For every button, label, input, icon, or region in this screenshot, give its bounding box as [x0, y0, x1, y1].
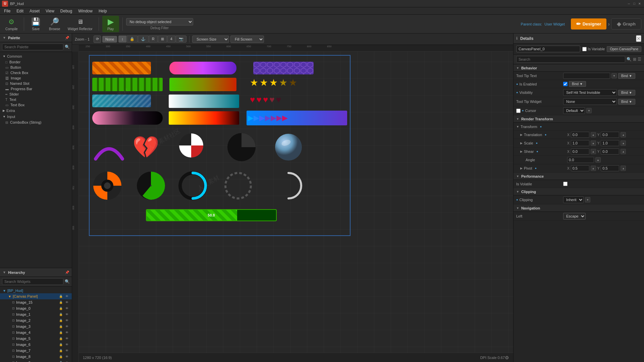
- tool-tip-widget-bind-btn[interactable]: Bind ▼: [618, 99, 635, 105]
- hier-item-image4[interactable]: ⊡ Image_4 🔒 👁: [0, 329, 72, 336]
- grid-btn[interactable]: ⊞: [158, 36, 167, 43]
- render-transform-section-header[interactable]: ▼ Render Transform: [514, 115, 644, 123]
- hier-img5-eye[interactable]: 👁: [64, 336, 69, 341]
- hier-item-image0[interactable]: ⊡ Image_0 🔒 👁: [0, 305, 72, 311]
- menu-view[interactable]: View: [43, 8, 57, 14]
- hier-img5-lock[interactable]: 🔒: [58, 336, 63, 341]
- palette-item-textbox[interactable]: ▭Text Box: [0, 102, 72, 108]
- fill-screen-select[interactable]: Fill Screen: [230, 36, 264, 43]
- hier-img3-eye[interactable]: 👁: [64, 324, 69, 329]
- hier-item-image3[interactable]: ⊡ Image_3 🔒 👁: [0, 323, 72, 329]
- play-button[interactable]: ▶ Play: [102, 16, 119, 32]
- palette-section-input-header[interactable]: ▼ Input: [0, 114, 72, 120]
- camera-btn[interactable]: 📷: [176, 36, 186, 43]
- hier-item-image2[interactable]: ⊡ Image_2 🔒 👁: [0, 317, 72, 323]
- palette-search-input[interactable]: [2, 44, 63, 50]
- anchor-btn[interactable]: ⚓: [138, 36, 149, 43]
- tool-tip-widget-select[interactable]: None: [563, 98, 617, 105]
- menu-asset[interactable]: Asset: [27, 8, 42, 14]
- widget-name-input[interactable]: [516, 46, 580, 52]
- menu-window[interactable]: Window: [75, 8, 95, 14]
- lock-btn[interactable]: 🔒: [127, 36, 138, 43]
- palette-item-combobox[interactable]: ⊟ComboBox (String): [0, 120, 72, 125]
- compile-button[interactable]: ⚙ Compile: [3, 16, 20, 32]
- tab-designer[interactable]: ✏ Designer: [571, 18, 607, 29]
- browse-button[interactable]: 🔎 Browse: [46, 16, 63, 32]
- debug-object-select[interactable]: No debug object selected: [126, 18, 193, 25]
- cursor-select[interactable]: Default: [563, 107, 585, 114]
- maximize-btn[interactable]: □: [632, 1, 637, 6]
- translation-y-up[interactable]: ▲: [621, 132, 626, 137]
- widget-reflector-button[interactable]: 🖥 Widget Reflector: [65, 16, 95, 32]
- palette-item-image[interactable]: 🖼Image: [0, 75, 72, 81]
- palette-section-extra-header[interactable]: ▶ Extra: [0, 108, 72, 114]
- hier-img0-eye[interactable]: 👁: [64, 306, 69, 311]
- hier-img6-eye[interactable]: 👁: [64, 342, 69, 347]
- menu-edit[interactable]: Edit: [14, 8, 26, 14]
- hier-img0-lock[interactable]: 🔒: [58, 306, 63, 311]
- visibility-bind-btn[interactable]: Bind ▼: [618, 90, 635, 96]
- parent-class-value[interactable]: User Widget: [544, 22, 565, 26]
- nav-left-select[interactable]: Escape: [563, 213, 586, 220]
- save-button[interactable]: 💾 Save: [28, 16, 44, 32]
- tab-graph[interactable]: ◈ Graph: [611, 18, 641, 29]
- hier-img2-lock[interactable]: 🔒: [58, 318, 63, 323]
- palette-item-button[interactable]: ▭Button: [0, 65, 72, 70]
- palette-search-icon[interactable]: 🔍: [65, 45, 70, 49]
- pivot-y-up[interactable]: ▲: [621, 166, 626, 171]
- screen-size-select[interactable]: Screen Size: [192, 36, 229, 43]
- pivot-y-input[interactable]: [601, 165, 619, 171]
- hier-img1-lock[interactable]: 🔒: [58, 312, 63, 317]
- hier-img7-lock[interactable]: 🔒: [58, 348, 63, 353]
- hier-item-bp-hud[interactable]: ▼ [BP_Hud]: [0, 288, 72, 293]
- pivot-x-up[interactable]: ▲: [591, 166, 596, 171]
- shear-x-up[interactable]: ▲: [591, 149, 596, 154]
- shear-y-up[interactable]: ▲: [621, 149, 626, 154]
- hier-img15-lock[interactable]: 🔒: [58, 300, 63, 305]
- hier-item-image6[interactable]: ⊡ Image_6 🔒 👁: [0, 342, 72, 348]
- hier-item-image15[interactable]: ⊡ Image_15 🔒 👁: [0, 299, 72, 305]
- hier-canvas-lock[interactable]: 🔒: [58, 294, 63, 299]
- palette-item-slider[interactable]: ━Slider: [0, 92, 72, 97]
- hierarchy-search-icon[interactable]: 🔍: [65, 279, 70, 284]
- menu-file[interactable]: File: [1, 8, 13, 14]
- open-canvas-panel-btn[interactable]: Open CanvasPane: [607, 46, 641, 52]
- hierarchy-search-input[interactable]: [2, 278, 63, 285]
- r-btn[interactable]: R: [149, 36, 158, 43]
- details-expand-icon[interactable]: ⊞: [633, 57, 636, 62]
- palette-item-progress-bar[interactable]: ▬Progress Bar: [0, 86, 72, 92]
- translation-x-input[interactable]: [571, 132, 589, 138]
- clipping-select[interactable]: Inherit: [563, 196, 584, 203]
- hier-img1-eye[interactable]: 👁: [64, 312, 69, 317]
- four-btn[interactable]: 4: [167, 36, 175, 43]
- behavior-section-header[interactable]: ▼ Behavior: [514, 64, 644, 72]
- hier-item-canvas-panel[interactable]: ▼ [Canvas Panel] 🔒 👁: [0, 293, 72, 299]
- close-btn[interactable]: ✕: [637, 1, 642, 6]
- hier-item-image7[interactable]: ⊡ Image_7 🔒 👁: [0, 348, 72, 354]
- details-search-input[interactable]: [516, 56, 625, 63]
- none-btn[interactable]: None: [102, 36, 117, 43]
- tooltip-dropdown[interactable]: ▼: [611, 73, 617, 78]
- visibility-select[interactable]: Self Hit Test Invisible: [563, 89, 617, 96]
- shear-y-input[interactable]: [601, 148, 619, 155]
- angle-input[interactable]: [567, 157, 594, 163]
- menu-debug[interactable]: Debug: [58, 8, 75, 14]
- palette-section-common-header[interactable]: ▼ Common: [0, 53, 72, 59]
- minimize-btn[interactable]: ─: [627, 1, 631, 6]
- hier-img6-lock[interactable]: 🔒: [58, 342, 63, 347]
- hierarchy-header[interactable]: ▼ Hierarchy 📌: [0, 268, 72, 277]
- is-enabled-bind-btn[interactable]: Bind ▼: [569, 81, 586, 87]
- hier-img8-lock[interactable]: 🔒: [58, 354, 63, 359]
- cursor-expand[interactable]: ▼: [586, 108, 592, 113]
- clipping-expand[interactable]: ▼: [585, 197, 590, 202]
- palette-item-border[interactable]: □Border: [0, 59, 72, 65]
- is-enabled-checkbox[interactable]: [563, 82, 568, 86]
- scale-y-input[interactable]: [601, 140, 619, 146]
- clipping-section-header[interactable]: ▼ Clipping: [514, 188, 644, 195]
- hier-img9-lock[interactable]: 🔒: [58, 360, 63, 362]
- hier-item-image1[interactable]: ⊡ Image_1 🔒 👁: [0, 311, 72, 317]
- shear-x-input[interactable]: [571, 148, 589, 155]
- hier-img4-lock[interactable]: 🔒: [58, 330, 63, 335]
- palette-item-checkbox[interactable]: ☑Check Box: [0, 70, 72, 75]
- tooltip-bind-btn[interactable]: Bind ▼: [618, 73, 635, 79]
